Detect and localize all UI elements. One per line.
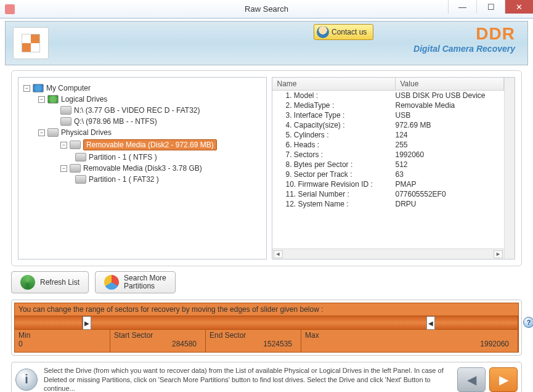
prop-name: 10. Firmware Revision ID : <box>272 180 396 189</box>
contact-avatar-icon <box>317 26 329 38</box>
contact-label: Contact us <box>332 28 367 36</box>
end-sector-value: 1524535 <box>210 340 297 348</box>
property-row[interactable]: 12. System Name :DRPU <box>272 199 505 209</box>
sector-range-box: You can change the range of sectors for … <box>14 303 519 353</box>
prop-value: 63 <box>396 170 505 179</box>
window-title: Raw Search <box>245 4 288 14</box>
title-bar: Raw Search — ☐ ✕ <box>0 0 533 18</box>
brand-logo: DDR <box>413 24 515 44</box>
logo-box <box>13 27 49 59</box>
partition-icon <box>75 175 86 184</box>
min-label: Min <box>18 331 106 340</box>
maximize-button[interactable]: ☐ <box>476 0 505 14</box>
drive-tree[interactable]: −My Computer −Logical Drives N:\ (3.77 G… <box>18 77 267 259</box>
sector-slider[interactable]: ▶ ◀ ? <box>15 316 518 330</box>
min-value: 0 <box>18 340 106 348</box>
tree-drive-q[interactable]: Q:\ (978.96 MB - - NTFS) <box>60 116 264 127</box>
prop-name: 2. MediaType : <box>272 101 396 110</box>
property-row[interactable]: 9. Sector per Track :63 <box>272 169 505 179</box>
prop-value: 972.69 MB <box>396 121 505 129</box>
slider-handle-start[interactable]: ▶ <box>83 316 91 330</box>
refresh-list-button[interactable]: Refresh List <box>11 271 89 293</box>
prop-name: 11. Serial Number : <box>272 190 396 198</box>
prop-value: 255 <box>396 141 505 149</box>
prop-value: USB DISK Pro USB Device <box>396 91 505 100</box>
slider-message: You can change the range of sectors for … <box>15 303 518 316</box>
refresh-icon <box>20 275 35 290</box>
property-row[interactable]: 1. Model :USB DISK Pro USB Device <box>272 91 505 100</box>
help-icon[interactable]: ? <box>523 317 533 328</box>
prop-name: 7. Sectors : <box>272 150 396 159</box>
max-label: Max <box>305 331 514 340</box>
collapse-icon[interactable]: − <box>60 165 67 172</box>
tree-logical-drives[interactable]: −Logical Drives <box>38 94 264 105</box>
scroll-right-icon[interactable]: ► <box>494 250 503 258</box>
prop-name: 12. System Name : <box>272 200 396 208</box>
search-more-partitions-button[interactable]: Search More Partitions <box>95 271 176 293</box>
v-scrollbar[interactable] <box>504 78 515 259</box>
prop-name: 9. Sector per Track : <box>272 170 396 179</box>
logo-icon <box>22 34 40 52</box>
collapse-icon[interactable]: − <box>23 85 30 92</box>
tree-physical-drives[interactable]: −Physical Drives <box>38 127 264 138</box>
close-button[interactable]: ✕ <box>505 0 533 14</box>
prop-value: 124 <box>396 131 505 139</box>
properties-panel: Name Value 1. Model :USB DISK Pro USB De… <box>272 77 516 259</box>
tree-disk2-partition[interactable]: Partition - 1 ( NTFS ) <box>75 152 264 163</box>
property-row[interactable]: 5. Cylinders :124 <box>272 130 505 140</box>
button-row: Refresh List Search More Partitions <box>11 271 522 293</box>
slider-values: Min0 Start Sector284580 End Sector152453… <box>15 330 518 352</box>
property-row[interactable]: 3. Interface Type :USB <box>272 110 505 120</box>
property-row[interactable]: 7. Sectors :1992060 <box>272 150 505 160</box>
scroll-left-icon[interactable]: ◄ <box>274 250 283 258</box>
start-sector-label: Start Sector <box>114 331 201 340</box>
property-row[interactable]: 8. Bytes per Sector :512 <box>272 160 505 169</box>
tree-disk2[interactable]: −Removable Media (Disk2 - 972.69 MB) <box>60 138 264 152</box>
prop-value: 077605552EF0 <box>396 190 505 198</box>
collapse-icon[interactable]: − <box>38 96 45 103</box>
prop-value: USB <box>396 111 505 120</box>
prop-name: 5. Cylinders : <box>272 131 396 139</box>
tree-disk3-partition[interactable]: Partition - 1 ( FAT32 ) <box>75 174 264 185</box>
prop-name: 3. Interface Type : <box>272 111 396 120</box>
col-name[interactable]: Name <box>272 78 396 90</box>
brand-subtitle: Digital Camera Recovery <box>413 44 515 54</box>
partition-icon <box>75 153 86 161</box>
hdd-icon <box>70 141 81 149</box>
col-value[interactable]: Value <box>396 78 505 90</box>
start-sector-value: 284580 <box>114 340 201 348</box>
info-text: Select the Drive (from which you want to… <box>44 366 451 392</box>
property-row[interactable]: 11. Serial Number :077605552EF0 <box>272 189 505 199</box>
tree-disk3[interactable]: −Removable Media (Disk3 - 3.78 GB) <box>60 163 264 174</box>
prop-value: Removable Media <box>396 101 505 110</box>
footer: i Select the Drive (from which you want … <box>11 362 522 392</box>
contact-us-button[interactable]: Contact us <box>314 24 373 40</box>
drive-group-icon <box>47 95 59 104</box>
main-panel: −My Computer −Logical Drives N:\ (3.77 G… <box>11 70 522 266</box>
next-button[interactable]: ▶ <box>489 367 518 392</box>
prop-value: DRPU <box>396 200 505 208</box>
end-sector-label: End Sector <box>210 331 297 340</box>
prop-name: 1. Model : <box>272 91 396 100</box>
slider-handle-end[interactable]: ◀ <box>426 316 435 330</box>
back-button[interactable]: ◀ <box>457 367 486 392</box>
computer-icon <box>33 84 44 92</box>
hdd-icon <box>60 106 71 115</box>
property-row[interactable]: 6. Heads :255 <box>272 140 505 150</box>
prop-name: 6. Heads : <box>272 141 396 149</box>
collapse-icon[interactable]: − <box>60 142 67 149</box>
property-row[interactable]: 10. Firmware Revision ID :PMAP <box>272 179 505 189</box>
minimize-button[interactable]: — <box>448 0 476 14</box>
prop-name: 8. Bytes per Sector : <box>272 160 396 169</box>
collapse-icon[interactable]: − <box>38 129 45 136</box>
max-value: 1992060 <box>305 340 514 348</box>
property-row[interactable]: 4. Capacity(size) :972.69 MB <box>272 120 505 130</box>
tree-root[interactable]: −My Computer <box>23 83 264 94</box>
sector-range-frame: You can change the range of sectors for … <box>11 300 522 356</box>
tree-drive-n[interactable]: N:\ (3.77 GB - VIDEO REC D - FAT32) <box>60 105 264 116</box>
property-row[interactable]: 2. MediaType :Removable Media <box>272 100 505 110</box>
h-scrollbar[interactable]: ◄► <box>272 248 505 259</box>
window-controls: — ☐ ✕ <box>448 0 533 18</box>
properties-header: Name Value <box>272 78 505 91</box>
app-icon <box>5 4 15 14</box>
